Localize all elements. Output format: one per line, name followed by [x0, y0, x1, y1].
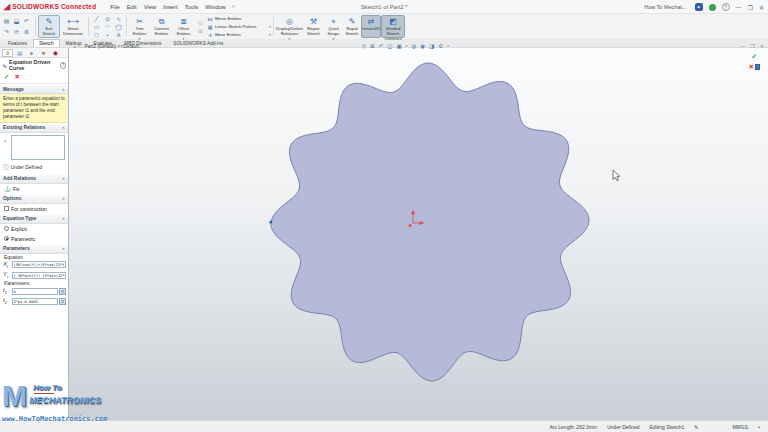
chevron-up-icon: ∧: [62, 125, 65, 130]
menu-edit[interactable]: Edit: [127, 4, 137, 10]
rapid-sketch-button[interactable]: ✎ Rapid Sketch: [343, 15, 361, 38]
undo-icon[interactable]: ↶: [22, 16, 31, 26]
x-equation-input[interactable]: (40*cos(t))+(4*cos(12*t)): [12, 261, 67, 268]
mirror-entities-button[interactable]: ⋈ Mirror Entities: [207, 15, 271, 22]
sketch-disc[interactable]: [271, 63, 589, 381]
unit-system-label[interactable]: MMGS: [732, 424, 748, 430]
3dexperience-compass-icon[interactable]: ✦: [695, 3, 703, 11]
confirm-check-button[interactable]: ✓: [4, 73, 9, 81]
explicit-option[interactable]: Explicit: [0, 224, 68, 234]
ellipse-tool-icon[interactable]: ◯: [113, 23, 124, 31]
view-settings-icon[interactable]: ⚙: [438, 42, 443, 51]
shaded-sketch-contours-button[interactable]: ◩ Shaded Sketch Contours: [381, 15, 405, 38]
tab-sketch[interactable]: Sketch: [33, 39, 60, 47]
units-expand-icon[interactable]: ▴: [758, 424, 760, 429]
dimxpert-manager-tab[interactable]: ❖: [38, 49, 49, 57]
parametric-radio[interactable]: [4, 236, 9, 241]
configuration-manager-tab[interactable]: ◈: [26, 49, 37, 57]
linear-sketch-pattern-button[interactable]: ▦ Linear Sketch Pattern ▾: [207, 23, 271, 30]
options-section-header[interactable]: Options ∧: [0, 194, 68, 204]
flyout-tree-header[interactable]: ▸ ⬡ Part2 (Default) <<Default...: [74, 43, 143, 49]
zoom-area-icon[interactable]: ⊞: [370, 42, 375, 51]
trim-entities-button[interactable]: ✂ Trim Entities ▾: [129, 15, 150, 38]
solidworks-window: ◢ SOLIDWORKS Connected File Edit View In…: [0, 0, 768, 432]
t1-input[interactable]: 0: [12, 288, 58, 295]
convert-entities-button[interactable]: ⧉ Convert Entities: [150, 15, 173, 38]
t1-equation-button[interactable]: π: [59, 288, 66, 295]
quick-snaps-button[interactable]: ⌖ Quick Snaps ▾: [324, 15, 343, 38]
line-tool-icon[interactable]: ╱: [91, 15, 102, 23]
cancel-x-button[interactable]: ✕: [14, 73, 19, 81]
graphics-viewport[interactable]: [69, 48, 768, 420]
circle-tool-icon[interactable]: ⊙: [102, 15, 113, 23]
repair-sketch-button[interactable]: ⚒ Repair Sketch: [303, 15, 324, 38]
maximize-button[interactable]: ❐: [748, 4, 753, 11]
zoom-fit-icon[interactable]: ⚲: [362, 42, 366, 51]
rectangle-tool-icon[interactable]: ▭: [91, 23, 102, 31]
menu-window[interactable]: Window: [205, 4, 226, 10]
x-equation-row: Xt (40*cos(t))+(4*cos(12*t)): [0, 260, 68, 270]
doc-minimize-icon[interactable]: —: [740, 42, 745, 50]
solidworks-logo-icon: ◢: [4, 2, 10, 11]
doc-restore-icon[interactable]: ❐: [750, 42, 754, 50]
user-account-label[interactable]: How To Mechat...: [644, 4, 686, 10]
parametric-option[interactable]: Parametric: [0, 234, 68, 244]
for-construction-option[interactable]: For construction: [0, 204, 68, 214]
search-icon[interactable]: ⌕: [232, 3, 235, 10]
relations-listbox[interactable]: [11, 135, 65, 160]
for-construction-checkbox[interactable]: [4, 206, 9, 211]
edit-appearance-icon[interactable]: ◨: [429, 42, 434, 51]
save-icon[interactable]: ⬓: [12, 16, 21, 26]
display-manager-tab[interactable]: ⬢: [50, 49, 61, 57]
rebuild-icon[interactable]: ⟳: [12, 27, 21, 37]
existing-relations-section-header[interactable]: Existing Relations ∧: [0, 123, 68, 133]
minimize-button[interactable]: —: [736, 4, 742, 10]
close-button[interactable]: ✕: [759, 4, 764, 11]
instant2d-button[interactable]: ⇄ Instant2D: [361, 15, 381, 38]
new-document-icon[interactable]: ▤: [2, 16, 11, 26]
cancel-sketch-button[interactable]: ✕: [749, 63, 754, 71]
explicit-radio[interactable]: [4, 226, 9, 231]
menu-file[interactable]: File: [110, 4, 119, 10]
move-entities-button[interactable]: ✛ Move Entities ▾: [207, 31, 271, 38]
redo-icon[interactable]: ↷: [2, 27, 11, 37]
offset-entities-button[interactable]: ≣ Offset Entities ▾: [173, 15, 194, 38]
section-view-icon[interactable]: ◫: [387, 42, 392, 51]
chevron-up-icon: ∧: [62, 176, 65, 181]
message-section-header[interactable]: Message ∧: [0, 84, 68, 94]
parameters-section-header[interactable]: Parameters ∧: [0, 244, 68, 254]
hide-show-items-icon[interactable]: ◉: [420, 42, 425, 51]
smart-dimension-button[interactable]: ⟷ Smart Dimension: [60, 15, 86, 38]
disabled-tool-icon: ⊞: [198, 28, 203, 34]
previous-view-icon[interactable]: ↶: [379, 42, 384, 51]
y-equation-input[interactable]: (-40*sin(t))-(4*sin(12*t)): [12, 272, 67, 279]
options-icon[interactable]: ⚙: [22, 27, 31, 37]
exit-sketch-button[interactable]: ✎ Exit Sketch: [38, 15, 60, 38]
add-relations-section-header[interactable]: Add Relations ∧: [0, 174, 68, 184]
point-tool-icon[interactable]: •: [102, 31, 113, 39]
menu-view[interactable]: View: [144, 4, 156, 10]
spline-tool-icon[interactable]: ∿: [113, 15, 124, 23]
confirm-sketch-button[interactable]: ✓: [751, 53, 757, 61]
tab-solidworks-addins[interactable]: SOLIDWORKS Add-Ins: [167, 39, 229, 47]
menu-insert[interactable]: Insert: [163, 4, 178, 10]
polygon-tool-icon[interactable]: ⬡: [91, 31, 102, 39]
status-bar: Arc Length: 262.3mm Under Defined Editin…: [0, 420, 768, 432]
t2-input[interactable]: 2*pi-0.0001: [12, 298, 58, 305]
view-orientation-icon[interactable]: ▣: [396, 42, 401, 51]
property-manager-tab[interactable]: ⚙: [2, 49, 13, 57]
curve-endpoint[interactable]: [270, 221, 273, 224]
menu-tools[interactable]: Tools: [185, 4, 199, 10]
display-style-icon[interactable]: ◍: [411, 42, 416, 51]
equation-type-section-header[interactable]: Equation Type ∧: [0, 214, 68, 224]
t2-equation-button[interactable]: π: [59, 298, 66, 305]
fix-relation-button[interactable]: ⚓ Fix: [0, 184, 68, 194]
text-tool-icon[interactable]: A: [113, 31, 124, 39]
display-delete-relations-button[interactable]: ◎ Display/Delete Relations ▾: [276, 15, 303, 38]
arc-tool-icon[interactable]: ◠: [102, 23, 113, 31]
help-icon[interactable]: ?: [722, 3, 730, 11]
tab-features[interactable]: Features: [2, 39, 33, 47]
doc-close-icon[interactable]: ✕: [760, 42, 764, 50]
panel-help-icon[interactable]: ?: [60, 62, 66, 69]
feature-manager-tab[interactable]: ▤: [14, 49, 25, 57]
